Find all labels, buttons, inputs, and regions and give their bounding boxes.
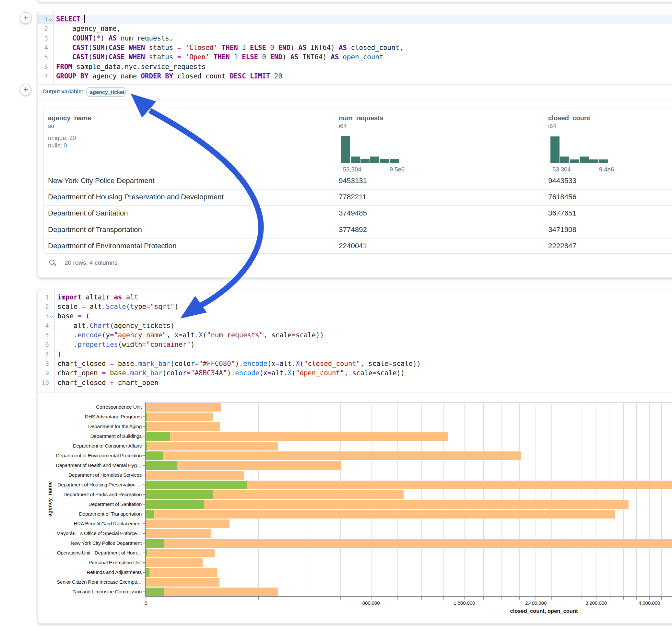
chart-gridline: [567, 402, 567, 597]
x-axis-tick: [567, 597, 567, 600]
table-cell: 9453131: [339, 173, 367, 189]
table-cell: Department of Housing Preservation and D…: [48, 189, 224, 205]
column-dtype: str: [48, 122, 55, 130]
python-editor-code-line[interactable]: alt.Chart(agency_tickets): [57, 321, 174, 331]
closed-count-bar: [146, 471, 244, 480]
table-cell: Department of Transportation: [48, 222, 142, 238]
x-axis-tick-label: 2,400,000: [507, 600, 565, 606]
table-cell: Department of Sanitation: [48, 205, 128, 221]
table-cell: 7618456: [548, 189, 576, 205]
y-axis-tick: [143, 494, 145, 495]
row-divider: [44, 222, 672, 222]
x-axis-tick: [581, 597, 582, 600]
chart-view-border: [145, 402, 672, 597]
sql-editor-code-line[interactable]: agency_name,: [56, 24, 121, 33]
sql-editor-line-number: 1: [28, 15, 48, 24]
sql-editor-code-line[interactable]: COUNT(*) AS num_requests,: [56, 34, 173, 43]
x-axis-tick: [305, 597, 305, 600]
chart-gridline: [610, 402, 610, 597]
python-editor-code-line[interactable]: chart_open = base.mark_bar(color="#8BC34…: [57, 368, 405, 378]
python-editor-code-line[interactable]: .encode(y="agency_name", x=alt.X("num_re…: [57, 331, 324, 340]
x-axis-tick: [551, 597, 552, 600]
sql-editor-line-number: 3: [28, 34, 48, 43]
x-axis-tick: [443, 597, 444, 600]
sql-editor-code-line[interactable]: FROM sample_data.nyc.service_requests: [56, 62, 206, 72]
y-axis-tick: [143, 543, 145, 543]
x-axis-tick-label: 800,000: [342, 600, 400, 606]
column-header-name[interactable]: closed_count: [548, 114, 590, 122]
table-cell: 9443533: [548, 173, 576, 189]
chart-gridline: [258, 402, 259, 597]
chart-gridline: [623, 402, 624, 597]
sql-editor-code-line[interactable]: CAST(SUM(CASE WHEN status = 'Open' THEN …: [56, 52, 383, 62]
open-count-bar: [146, 510, 154, 518]
python-editor-line-number: 10: [29, 378, 49, 388]
output-variable-badge[interactable]: agency_tickets: [86, 87, 126, 97]
x-axis-tick: [464, 597, 464, 600]
python-editor-fold-chevron-icon[interactable]: [50, 314, 53, 318]
table-cell: 2240041: [339, 238, 367, 254]
x-axis-tick: [623, 597, 624, 600]
y-axis-tick: [143, 445, 145, 446]
closed-count-bar: [146, 403, 221, 412]
sql-editor-code-line[interactable]: GROUP BY agency_name ORDER BY closed_cou…: [56, 72, 282, 81]
x-axis-tick: [483, 597, 484, 600]
chart-gridline: [464, 402, 464, 597]
python-editor-code-line[interactable]: scale = alt.Scale(type="sqrt"): [57, 302, 178, 311]
add-cell-button[interactable]: +: [20, 83, 32, 96]
chart-gridline: [398, 402, 398, 597]
y-axis-tick: [143, 484, 145, 485]
previous-cell-card: [37, 0, 672, 2]
sql-editor-code-line[interactable]: SELECT: [56, 15, 85, 24]
column-header-name[interactable]: num_requests: [339, 114, 383, 122]
x-axis-tick: [596, 597, 597, 600]
y-axis-tick: [143, 572, 145, 573]
python-editor-code-line[interactable]: chart_closed + chart_open: [57, 378, 158, 388]
closed-count-bar: [146, 510, 615, 518]
histogram-bar: [341, 136, 350, 163]
sql-editor-code-line[interactable]: CAST(SUM(CASE WHEN status = 'Closed' THE…: [56, 43, 403, 52]
open-count-bar: [146, 500, 204, 509]
chart-gridline: [551, 402, 552, 597]
sql-editor-fold-chevron-icon[interactable]: [49, 18, 52, 21]
chart-gridline: [596, 402, 597, 597]
python-editor-code-line[interactable]: ): [57, 350, 61, 359]
open-count-bar: [146, 539, 164, 548]
closed-count-bar: [146, 539, 672, 548]
editor-chart-divider: [38, 392, 672, 393]
y-axis-label: Department of Transportation: [19, 511, 142, 517]
closed-count-bar: [146, 529, 211, 538]
closed-count-bar: [146, 558, 202, 567]
text-cursor: [84, 15, 85, 23]
sql-editor-line-number: 7: [28, 72, 48, 81]
x-axis-tick: [637, 597, 637, 600]
x-axis-tick: [610, 597, 610, 600]
open-count-bar: [146, 587, 164, 596]
python-editor-code-line[interactable]: base = (: [57, 311, 90, 321]
chart-gridline: [661, 402, 662, 597]
python-editor-code-line[interactable]: chart_closed = base.mark_bar(color="#FFC…: [57, 359, 421, 368]
closed-count-bar: [146, 413, 213, 421]
y-axis-label: Senior Citizen Rent Increase Exempti…: [19, 579, 142, 585]
open-count-bar: [146, 481, 247, 489]
chart-gridline: [535, 402, 536, 597]
y-axis-label: Correspondence Unit: [19, 404, 142, 410]
histogram-bar: [380, 159, 389, 163]
y-axis-tick: [143, 504, 145, 505]
open-count-bar: [146, 442, 147, 451]
python-editor-code-line[interactable]: import altair as alt: [57, 293, 138, 302]
open-count-bar: [146, 490, 213, 499]
python-editor-code-line[interactable]: .properties(width="container"): [57, 340, 195, 349]
closed-count-bar: [146, 422, 220, 431]
y-axis-label: Department of Homeless Services: [19, 472, 142, 478]
closed-count-bar: [146, 500, 628, 509]
table-summary[interactable]: 20 rows, 4 columns: [65, 259, 118, 266]
y-axis-label: Personal Exemption Unit: [19, 559, 142, 566]
x-axis-tick: [519, 597, 520, 600]
y-axis-tick: [143, 524, 145, 524]
column-dtype: i64: [339, 122, 347, 130]
column-header-name[interactable]: agency_name: [48, 114, 91, 122]
histogram-max-label: 9.4e6: [589, 166, 614, 173]
open-count-bar: [146, 413, 147, 421]
open-count-bar: [146, 549, 147, 557]
